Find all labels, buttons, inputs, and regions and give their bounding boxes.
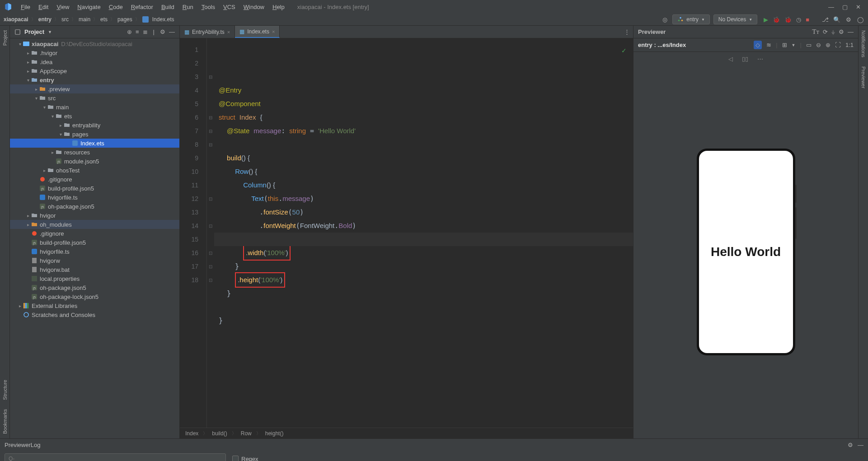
minimize-icon[interactable]: — [828,4,834,10]
layers-icon[interactable]: ≋ [766,42,771,48]
settings-icon[interactable]: ⚙ [845,15,853,23]
menu-navigate[interactable]: Navigate [74,2,104,12]
crumb-Index.ets[interactable]: Index.ets [152,16,174,23]
refresh-icon[interactable]: ⟳ [823,28,828,35]
debug-icon[interactable]: 🐞 [773,16,780,23]
tree-oh-package.json5[interactable]: j5oh-package.json5 [10,202,179,211]
grid-icon[interactable]: ⊞ [782,42,787,48]
tree-ets[interactable]: ▾ets [10,112,179,121]
tree-resources[interactable]: ▸resources [10,148,179,157]
tree-.preview[interactable]: ▸.preview [10,84,179,93]
menu-refactor[interactable]: Refactor [127,2,157,12]
hide-panel-icon[interactable]: — [169,28,175,35]
project-tree[interactable]: ▾xiaopacaiD:\DevEcoStudio\xiaopacai▸.hvi… [10,38,179,438]
hide-log-icon[interactable]: — [858,442,863,448]
tree-oh-package-lock.json5[interactable]: j5oh-package-lock.json5 [10,292,179,301]
tree-hvigorw.bat[interactable]: hvigorw.bat [10,265,179,274]
menu-run[interactable]: Run [179,2,197,12]
crumb-ets[interactable]: ets [100,16,108,23]
code-editor[interactable]: ✓ @Entry @Component struct Index { @Stat… [214,38,633,428]
tree-hvigorfile.ts[interactable]: hvigorfile.ts [10,193,179,202]
panel-settings-icon[interactable]: ⚙ [160,28,165,35]
stop-icon[interactable]: ■ [806,16,809,23]
tree-AppScope[interactable]: ▸AppScope [10,66,179,75]
inspect-icon[interactable]: ⏚ [831,28,835,35]
dropdown-icon[interactable]: ▼ [792,43,796,47]
coverage-icon[interactable]: 🐞 [784,16,792,23]
tree-ohosTest[interactable]: ▸ohosTest [10,166,179,175]
menu-view[interactable]: View [53,2,73,12]
strip-previewer[interactable]: Previewer [861,66,866,88]
tree-hvigorfile.ts[interactable]: hvigorfile.ts [10,247,179,256]
menu-file[interactable]: File [17,2,34,12]
git-icon[interactable]: ⎇ [821,15,829,23]
tree-xiaopacai[interactable]: ▾xiaopacaiD:\DevEcoStudio\xiaopacai [10,39,179,48]
tree-oh_modules[interactable]: ▸oh_modules [10,220,179,229]
tree-local.properties[interactable]: local.properties [10,274,179,283]
phone-screen[interactable]: Hello World [699,151,793,353]
tab-Index.ets[interactable]: ▦Index.ets× [235,26,280,38]
tree-.idea[interactable]: ▸.idea [10,57,179,66]
user-icon[interactable]: ◯ [856,15,864,23]
crumb-xiaopacai[interactable]: xiaopacai [4,16,28,23]
tree-.gitignore[interactable]: .gitignore [10,175,179,184]
log-settings-icon[interactable]: ⚙ [848,442,853,448]
strip-project[interactable]: Project [2,30,8,46]
device-selector[interactable]: No Devices ▼ [713,14,757,24]
menu-vcs[interactable]: VCS [220,2,239,12]
prev-settings-icon[interactable]: ⚙ [839,28,844,35]
tree-.hvigor[interactable]: ▸.hvigor [10,48,179,57]
strip-notifications[interactable]: Notifications [861,30,866,57]
fit-icon[interactable]: ▭ [806,42,812,48]
tree-hvigorw[interactable]: hvigorw [10,256,179,265]
more-icon[interactable]: ⋯ [757,56,763,62]
collapse-all-icon[interactable]: ≣ [143,28,148,35]
ebc-build()[interactable]: build() [212,430,227,437]
tree-main[interactable]: ▾main [10,102,179,112]
ebc-height()[interactable]: height() [265,430,284,437]
expand-all-icon[interactable]: ≡ [136,28,139,35]
tree-hvigor[interactable]: ▸hvigor [10,211,179,220]
tree-oh-package.json5[interactable]: j5oh-package.json5 [10,283,179,292]
tree-src[interactable]: ▾src [10,93,179,102]
font-icon[interactable]: Tт [812,28,819,36]
tabs-menu-icon[interactable]: ⋮ [620,26,633,38]
menu-edit[interactable]: Edit [35,2,52,12]
ebc-Row[interactable]: Row [241,430,252,437]
close-icon[interactable]: ✕ [856,4,861,10]
maximize-icon[interactable]: ▢ [842,4,848,10]
locate-icon[interactable]: ◇ [754,41,762,49]
ebc-Index[interactable]: Index [185,430,198,437]
tree-module.json5[interactable]: j5module.json5 [10,157,179,166]
profile-icon[interactable]: ◷ [796,16,801,23]
zoom-in-icon[interactable]: ⊕ [826,42,830,48]
target-icon[interactable]: ◎ [661,15,669,23]
menu-help[interactable]: Help [269,2,288,12]
tree-.gitignore[interactable]: .gitignore [10,229,179,238]
menu-build[interactable]: Build [158,2,178,12]
tree-entry[interactable]: ▾entry [10,75,179,84]
menu-tools[interactable]: Tools [198,2,219,12]
crumb-entry[interactable]: entry [38,16,52,23]
tab-EntryAbility.ts[interactable]: ▦EntryAbility.ts× [180,26,235,38]
rotate-icon[interactable]: ▯▯ [742,56,748,62]
fullscreen-icon[interactable]: ⛶ [835,42,841,48]
menu-code[interactable]: Code [105,2,127,12]
select-opened-icon[interactable]: ⊕ [127,28,132,35]
module-selector[interactable]: entry ▼ [672,14,710,24]
tree-Index.ets[interactable]: Index.ets [10,139,179,148]
log-search-input[interactable]: Q- [5,453,226,461]
tab-close-icon[interactable]: × [227,29,230,35]
tree-build-profile.json5[interactable]: j5build-profile.json5 [10,238,179,247]
strip-structure[interactable]: Structure [2,380,8,400]
crumb-src[interactable]: src [61,16,69,23]
actual-size-icon[interactable]: 1:1 [845,42,854,48]
strip-bookmarks[interactable]: Bookmarks [2,409,8,434]
tree-build-profile.json5[interactable]: j5build-profile.json5 [10,184,179,193]
tree-Scratches and Consoles[interactable]: Scratches and Consoles [10,310,179,319]
crumb-pages[interactable]: pages [117,16,132,23]
search-icon[interactable]: 🔍 [833,15,841,23]
regex-checkbox[interactable]: Regex [232,456,258,461]
menu-window[interactable]: Window [240,2,268,12]
tree-pages[interactable]: ▾pages [10,130,179,139]
